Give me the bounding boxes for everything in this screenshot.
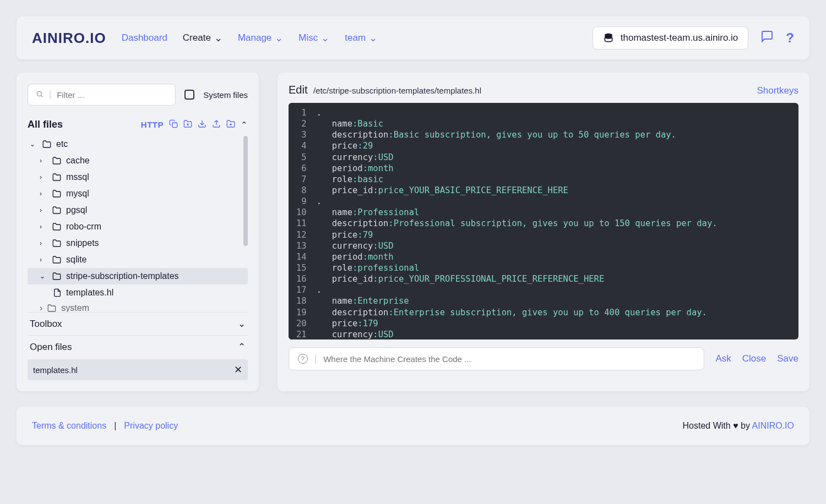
folder-icon (52, 222, 62, 231)
open-files-section[interactable]: Open files ⌃ (28, 335, 248, 358)
nav-misc[interactable]: Misc (298, 32, 329, 43)
tree-label: sqlite (66, 255, 86, 265)
search-icon (36, 90, 44, 100)
tree-folder-robo-crm[interactable]: › robo-crm (28, 218, 248, 235)
main-area: | System files All files HTTP ⌃ ⌄ (17, 73, 809, 391)
tree-folder-system-truncated[interactable]: › system (28, 301, 248, 312)
footer-brand[interactable]: AINIRO.IO (752, 421, 794, 430)
chevron-right-icon: › (40, 256, 47, 264)
nav-dashboard[interactable]: Dashboard (122, 32, 167, 43)
tree-label: stripe-subscription-templates (66, 271, 179, 281)
tree-file-templates-hl[interactable]: templates.hl (28, 284, 248, 301)
tree-folder-stripe-templates[interactable]: ⌄ stripe-subscription-templates (28, 268, 248, 284)
download-icon[interactable] (198, 119, 206, 130)
new-folder-icon[interactable] (183, 119, 192, 130)
editor-panel: Edit /etc/stripe-subscription-templates/… (278, 73, 809, 391)
folder-icon (52, 206, 62, 215)
copy-icon[interactable] (169, 119, 178, 130)
file-icon (53, 288, 62, 298)
nav-team-label: team (345, 32, 366, 43)
filter-input-wrap[interactable]: | (28, 84, 176, 106)
folder-icon (52, 255, 62, 264)
tree-label: pgsql (66, 205, 87, 215)
hosted-by: by (738, 421, 752, 430)
footer-credit: Hosted With ♥ by AINIRO.IO (683, 421, 794, 431)
prompt-input-wrap[interactable]: ? | (289, 347, 704, 370)
close-icon[interactable]: ✕ (234, 364, 242, 376)
file-sidebar: | System files All files HTTP ⌃ ⌄ (17, 73, 259, 391)
team-host-label: thomastest-team.us.ainiro.io (621, 32, 738, 43)
chevron-right-icon: › (40, 173, 47, 181)
edit-label: Edit (289, 84, 307, 96)
tree-scrollbar[interactable] (243, 136, 248, 246)
prompt-divider: | (314, 354, 317, 364)
tree-folder-cache[interactable]: › cache (28, 152, 248, 169)
chevron-right-icon: › (40, 157, 47, 165)
tree-label: robo-crm (66, 222, 101, 232)
tree-label: etc (56, 139, 68, 149)
system-files-checkbox[interactable] (184, 90, 194, 100)
nav-team[interactable]: team (345, 32, 377, 43)
help-circle-icon: ? (298, 354, 308, 364)
logo: AINIRO.IO (32, 30, 106, 47)
open-files-label: Open files (30, 342, 72, 353)
nav-create[interactable]: Create (183, 32, 222, 43)
team-host-box[interactable]: thomastest-team.us.ainiro.io (593, 26, 749, 50)
terms-link[interactable]: Terms & conditions (32, 421, 106, 431)
filter-input[interactable] (57, 90, 167, 100)
save-button[interactable]: Save (777, 353, 798, 364)
all-files-title: All files (28, 119, 63, 130)
nav-misc-label: Misc (298, 32, 318, 43)
folder-icon (52, 189, 62, 198)
chevron-right-icon: › (40, 206, 47, 214)
chat-icon[interactable] (760, 30, 774, 46)
close-button[interactable]: Close (742, 353, 766, 364)
tree-folder-mysql[interactable]: › mysql (28, 185, 248, 202)
code-editor[interactable]: 1 2 3 4 5 6 7 8 9 10 11 12 13 14 15 16 1… (289, 103, 798, 339)
chevron-right-icon: › (40, 223, 47, 231)
filter-divider: | (49, 90, 51, 100)
header-right: thomastest-team.us.ainiro.io ? (593, 26, 794, 50)
nav-create-label: Create (183, 32, 211, 43)
prompt-input[interactable] (323, 354, 695, 364)
svg-line-3 (41, 95, 43, 97)
tree-folder-pgsql[interactable]: › pgsql (28, 202, 248, 218)
hosted-prefix: Hosted With (683, 421, 733, 430)
upload-icon[interactable] (212, 119, 221, 130)
folder-icon (52, 239, 62, 248)
tree-label: cache (66, 156, 90, 166)
privacy-link[interactable]: Privacy policy (124, 421, 178, 431)
chevron-down-icon: ⌄ (238, 318, 246, 330)
tree-label: templates.hl (66, 288, 113, 298)
chevron-right-icon: › (40, 239, 47, 247)
footer-separator: | (114, 421, 116, 431)
tree-folder-snippets[interactable]: › snippets (28, 235, 248, 251)
heart-icon: ♥ (733, 421, 738, 430)
ask-button[interactable]: Ask (715, 353, 731, 364)
file-tree: ⌄ etc › cache › mssql › mysql › (28, 136, 248, 312)
files-header: All files HTTP ⌃ (28, 116, 248, 136)
chevron-right-icon: › (40, 303, 42, 312)
help-icon[interactable]: ? (786, 30, 794, 46)
toolbox-section[interactable]: Toolbox ⌄ (28, 312, 248, 335)
nav-manage[interactable]: Manage (238, 32, 283, 43)
http-badge-icon[interactable]: HTTP (141, 120, 164, 129)
line-gutter: 1 2 3 4 5 6 7 8 9 10 11 12 13 14 15 16 1… (289, 103, 311, 339)
code-content[interactable]: . name:Basic description:Basic subscript… (311, 103, 798, 339)
system-files-label: System files (203, 90, 248, 100)
tree-label: system (61, 303, 89, 312)
tree-folder-etc[interactable]: ⌄ etc (28, 136, 248, 152)
chevron-right-icon: › (40, 190, 47, 198)
tree-folder-sqlite[interactable]: › sqlite (28, 251, 248, 268)
editor-header: Edit /etc/stripe-subscription-templates/… (289, 84, 798, 96)
tree-folder-mssql[interactable]: › mssql (28, 169, 248, 185)
database-icon (603, 32, 614, 43)
new-file-icon[interactable] (226, 119, 235, 130)
tree-label: mssql (66, 172, 89, 182)
open-file-item[interactable]: templates.hl ✕ (28, 359, 248, 380)
files-actions: HTTP ⌃ (141, 119, 248, 130)
collapse-all-icon[interactable]: ⌃ (241, 120, 248, 130)
shortkeys-link[interactable]: Shortkeys (757, 85, 798, 96)
tree-label: mysql (66, 189, 89, 199)
folder-icon (47, 304, 57, 312)
